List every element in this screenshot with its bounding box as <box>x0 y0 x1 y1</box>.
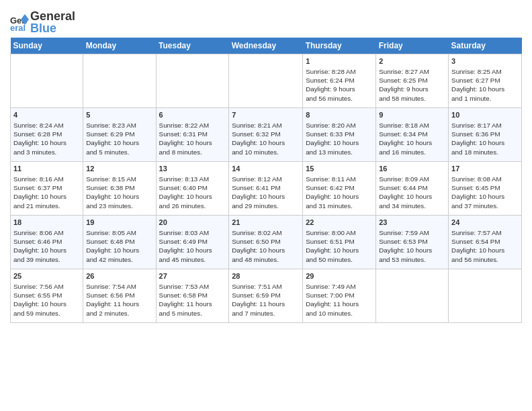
day-info: Sunrise: 8:09 AM Sunset: 6:44 PM Dayligh… <box>379 175 445 210</box>
day-info: Sunrise: 8:16 AM Sunset: 6:37 PM Dayligh… <box>13 175 80 210</box>
day-info: Sunrise: 7:59 AM Sunset: 6:53 PM Dayligh… <box>379 228 445 264</box>
calendar-day-cell: 24Sunrise: 7:57 AM Sunset: 6:54 PM Dayli… <box>449 216 522 269</box>
calendar-day-cell: 2Sunrise: 8:27 AM Sunset: 6:25 PM Daylig… <box>376 54 449 108</box>
day-number: 21 <box>232 218 300 228</box>
calendar-day-cell: 1Sunrise: 8:28 AM Sunset: 6:24 PM Daylig… <box>303 54 376 108</box>
day-number: 8 <box>306 110 373 120</box>
calendar-day-cell: 29Sunrise: 7:49 AM Sunset: 7:00 PM Dayli… <box>303 269 376 323</box>
calendar-day-cell: 22Sunrise: 8:00 AM Sunset: 6:51 PM Dayli… <box>303 216 376 269</box>
day-info: Sunrise: 7:51 AM Sunset: 6:59 PM Dayligh… <box>232 282 300 318</box>
day-number: 25 <box>13 271 80 281</box>
day-number: 12 <box>86 164 152 174</box>
day-info: Sunrise: 8:25 AM Sunset: 6:27 PM Dayligh… <box>451 67 519 103</box>
day-number: 24 <box>451 218 519 228</box>
calendar-day-cell <box>449 269 522 323</box>
weekday-header-cell: Tuesday <box>156 38 229 54</box>
logo-text: GeneralBlue <box>30 10 75 34</box>
weekday-header-cell: Monday <box>83 38 156 54</box>
day-number: 19 <box>86 218 152 228</box>
day-info: Sunrise: 8:20 AM Sunset: 6:33 PM Dayligh… <box>306 121 373 156</box>
calendar-week-row: 1Sunrise: 8:28 AM Sunset: 6:24 PM Daylig… <box>11 54 522 108</box>
calendar-day-cell: 8Sunrise: 8:20 AM Sunset: 6:33 PM Daylig… <box>303 108 376 162</box>
calendar-week-row: 18Sunrise: 8:06 AM Sunset: 6:46 PM Dayli… <box>11 216 522 269</box>
day-info: Sunrise: 8:02 AM Sunset: 6:50 PM Dayligh… <box>232 228 300 264</box>
day-info: Sunrise: 8:00 AM Sunset: 6:51 PM Dayligh… <box>306 228 373 264</box>
day-number: 16 <box>379 164 445 174</box>
day-info: Sunrise: 8:22 AM Sunset: 6:31 PM Dayligh… <box>159 121 226 156</box>
day-info: Sunrise: 8:27 AM Sunset: 6:25 PM Dayligh… <box>379 67 445 103</box>
day-number: 17 <box>451 164 519 174</box>
day-info: Sunrise: 8:03 AM Sunset: 6:49 PM Dayligh… <box>159 228 226 264</box>
day-info: Sunrise: 7:56 AM Sunset: 6:55 PM Dayligh… <box>13 282 80 318</box>
calendar-day-cell: 15Sunrise: 8:11 AM Sunset: 6:42 PM Dayli… <box>303 162 376 216</box>
day-info: Sunrise: 7:49 AM Sunset: 7:00 PM Dayligh… <box>306 282 373 318</box>
day-info: Sunrise: 8:23 AM Sunset: 6:29 PM Dayligh… <box>86 121 152 156</box>
svg-text:eral: eral <box>10 23 26 32</box>
day-info: Sunrise: 8:11 AM Sunset: 6:42 PM Dayligh… <box>306 175 373 210</box>
day-info: Sunrise: 7:53 AM Sunset: 6:58 PM Dayligh… <box>159 282 226 318</box>
day-number: 22 <box>306 218 373 228</box>
calendar-table: SundayMondayTuesdayWednesdayThursdayFrid… <box>10 38 522 323</box>
day-number: 18 <box>13 218 80 228</box>
calendar-day-cell: 12Sunrise: 8:15 AM Sunset: 6:38 PM Dayli… <box>83 162 156 216</box>
logo: Gen eral GeneralBlue <box>10 10 75 34</box>
day-info: Sunrise: 7:54 AM Sunset: 6:56 PM Dayligh… <box>86 282 152 318</box>
calendar-day-cell: 20Sunrise: 8:03 AM Sunset: 6:49 PM Dayli… <box>156 216 229 269</box>
calendar-day-cell: 27Sunrise: 7:53 AM Sunset: 6:58 PM Dayli… <box>156 269 229 323</box>
weekday-header-cell: Sunday <box>11 38 83 54</box>
calendar-day-cell: 4Sunrise: 8:24 AM Sunset: 6:28 PM Daylig… <box>11 108 83 162</box>
day-number: 2 <box>379 56 445 66</box>
day-number: 20 <box>159 218 226 228</box>
day-number: 1 <box>306 56 373 66</box>
calendar-day-cell: 28Sunrise: 7:51 AM Sunset: 6:59 PM Dayli… <box>229 269 303 323</box>
day-number: 10 <box>451 110 519 120</box>
day-info: Sunrise: 8:28 AM Sunset: 6:24 PM Dayligh… <box>306 67 373 103</box>
day-number: 3 <box>451 56 519 66</box>
header-section: Gen eral GeneralBlue <box>10 7 522 34</box>
calendar-day-cell: 6Sunrise: 8:22 AM Sunset: 6:31 PM Daylig… <box>156 108 229 162</box>
day-number: 23 <box>379 218 445 228</box>
calendar-day-cell: 5Sunrise: 8:23 AM Sunset: 6:29 PM Daylig… <box>83 108 156 162</box>
day-number: 9 <box>379 110 445 120</box>
day-number: 26 <box>86 271 152 281</box>
calendar-day-cell: 11Sunrise: 8:16 AM Sunset: 6:37 PM Dayli… <box>11 162 83 216</box>
day-number: 6 <box>159 110 226 120</box>
day-info: Sunrise: 8:05 AM Sunset: 6:48 PM Dayligh… <box>86 228 152 264</box>
weekday-header-cell: Wednesday <box>229 38 303 54</box>
calendar-day-cell <box>83 54 156 108</box>
calendar-day-cell: 16Sunrise: 8:09 AM Sunset: 6:44 PM Dayli… <box>376 162 449 216</box>
weekday-header-cell: Saturday <box>449 38 522 54</box>
calendar-day-cell: 25Sunrise: 7:56 AM Sunset: 6:55 PM Dayli… <box>11 269 83 323</box>
day-number: 27 <box>159 271 226 281</box>
calendar-day-cell: 3Sunrise: 8:25 AM Sunset: 6:27 PM Daylig… <box>449 54 522 108</box>
day-number: 5 <box>86 110 152 120</box>
calendar-week-row: 25Sunrise: 7:56 AM Sunset: 6:55 PM Dayli… <box>11 269 522 323</box>
day-info: Sunrise: 8:12 AM Sunset: 6:41 PM Dayligh… <box>232 175 300 210</box>
calendar-day-cell: 9Sunrise: 8:18 AM Sunset: 6:34 PM Daylig… <box>376 108 449 162</box>
day-number: 15 <box>306 164 373 174</box>
day-number: 14 <box>232 164 300 174</box>
weekday-header-cell: Thursday <box>303 38 376 54</box>
day-number: 28 <box>232 271 300 281</box>
logo-icon: Gen eral <box>10 13 29 32</box>
weekday-header-row: SundayMondayTuesdayWednesdayThursdayFrid… <box>11 38 522 54</box>
day-info: Sunrise: 8:18 AM Sunset: 6:34 PM Dayligh… <box>379 121 445 156</box>
calendar-body: 1Sunrise: 8:28 AM Sunset: 6:24 PM Daylig… <box>11 54 522 323</box>
day-number: 4 <box>13 110 80 120</box>
calendar-day-cell <box>156 54 229 108</box>
calendar-day-cell: 13Sunrise: 8:13 AM Sunset: 6:40 PM Dayli… <box>156 162 229 216</box>
day-info: Sunrise: 8:17 AM Sunset: 6:36 PM Dayligh… <box>451 121 519 156</box>
day-info: Sunrise: 8:21 AM Sunset: 6:32 PM Dayligh… <box>232 121 300 156</box>
calendar-day-cell: 10Sunrise: 8:17 AM Sunset: 6:36 PM Dayli… <box>449 108 522 162</box>
calendar-week-row: 4Sunrise: 8:24 AM Sunset: 6:28 PM Daylig… <box>11 108 522 162</box>
calendar-day-cell: 17Sunrise: 8:08 AM Sunset: 6:45 PM Dayli… <box>449 162 522 216</box>
calendar-week-row: 11Sunrise: 8:16 AM Sunset: 6:37 PM Dayli… <box>11 162 522 216</box>
calendar-day-cell <box>11 54 83 108</box>
calendar-day-cell: 18Sunrise: 8:06 AM Sunset: 6:46 PM Dayli… <box>11 216 83 269</box>
page-container: Gen eral GeneralBlue SundayMondayTuesday… <box>0 0 532 326</box>
day-number: 7 <box>232 110 300 120</box>
day-number: 11 <box>13 164 80 174</box>
day-number: 29 <box>306 271 373 281</box>
weekday-header-cell: Friday <box>376 38 449 54</box>
calendar-day-cell: 21Sunrise: 8:02 AM Sunset: 6:50 PM Dayli… <box>229 216 303 269</box>
